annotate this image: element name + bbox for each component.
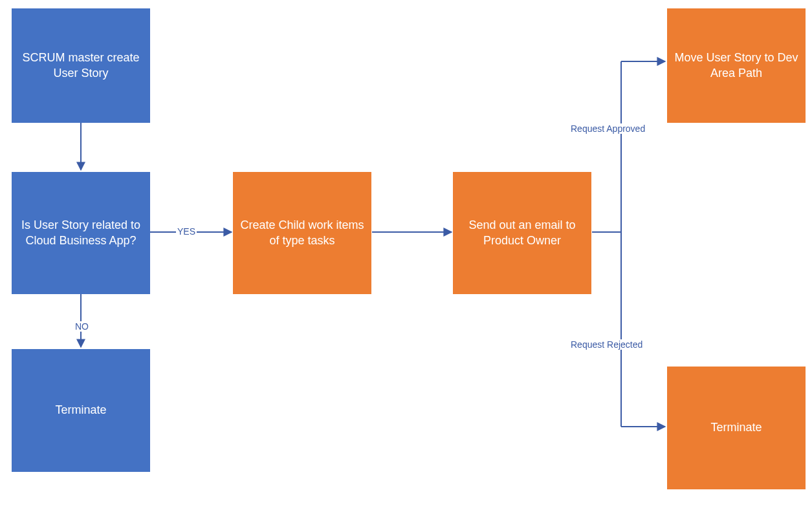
node-label: Send out an email to Product Owner [459,218,585,248]
edge-text: Request Approved [571,123,645,134]
edge-text: YES [177,226,195,237]
edge-label-yes: YES [176,226,197,237]
node-label: Terminate [710,420,762,435]
edge-label-rejected: Request Rejected [569,339,644,350]
node-decision: Is User Story related to Cloud Business … [12,172,150,294]
edge-text: Request Rejected [571,339,642,350]
node-move-story: Move User Story to Dev Area Path [667,8,806,123]
node-label: Move User Story to Dev Area Path [674,50,799,81]
node-label: SCRUM master create User Story [18,50,144,81]
node-scrum-master: SCRUM master create User Story [12,8,150,123]
edge-label-approved: Request Approved [569,123,646,134]
node-terminate-1: Terminate [12,349,150,472]
node-send-email: Send out an email to Product Owner [453,172,591,294]
edge-label-no: NO [74,321,90,332]
node-label: Create Child work items of type tasks [239,218,365,248]
node-create-child: Create Child work items of type tasks [233,172,371,294]
node-label: Terminate [55,403,106,418]
node-terminate-2: Terminate [667,367,806,489]
edge-text: NO [75,321,89,332]
node-label: Is User Story related to Cloud Business … [18,218,144,248]
